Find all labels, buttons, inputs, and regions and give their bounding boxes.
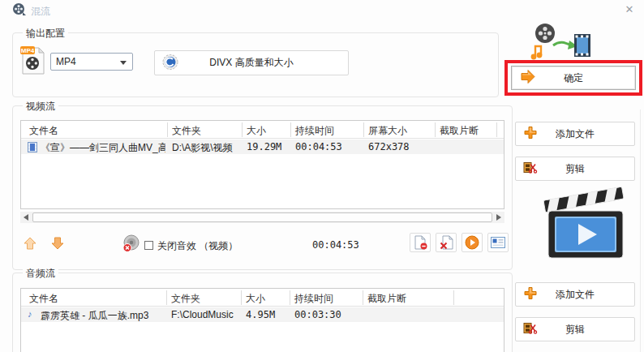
video-file-icon <box>28 142 37 155</box>
audio-edit-button[interactable]: 剪辑 <box>515 317 635 341</box>
video-table-header: 文件名 文件夹 大小 持续时间 屏幕大小 截取片断 <box>21 121 504 139</box>
profile-button[interactable]: DIVX 高质量和大小 <box>154 50 349 75</box>
preview-play-button[interactable] <box>462 233 483 252</box>
col-capture[interactable]: 截取片断 <box>440 124 479 138</box>
format-select-value: MP4 <box>56 56 76 67</box>
properties-panel-button[interactable] <box>487 233 509 252</box>
column-divider <box>290 122 291 137</box>
move-down-button[interactable] <box>50 236 65 253</box>
video-edit-label: 剪辑 <box>565 162 585 176</box>
remove-file-button[interactable] <box>410 233 431 252</box>
col-duration[interactable]: 持续时间 <box>295 124 334 138</box>
column-divider <box>363 290 363 305</box>
column-divider <box>167 122 168 137</box>
col-duration[interactable]: 持续时间 <box>294 292 333 306</box>
col-folder[interactable]: 文件夹 <box>172 124 201 138</box>
panel-edge-divider <box>640 109 641 352</box>
clapperboard-icon <box>540 185 629 264</box>
mute-speaker-icon <box>122 234 141 255</box>
profile-button-label: DIVX 高质量和大小 <box>209 56 293 70</box>
audio-edit-label: 剪辑 <box>565 323 585 337</box>
cell-size: 19.29M <box>247 141 292 152</box>
col-capture[interactable]: 截取片断 <box>367 292 406 306</box>
col-screen[interactable]: 屏幕大小 <box>368 124 407 138</box>
chevron-down-icon <box>120 61 127 65</box>
music-note-icon: ♪ <box>28 309 32 319</box>
column-divider <box>453 290 454 305</box>
format-select[interactable]: MP4 <box>50 53 133 71</box>
video-add-file-button[interactable]: 添加文件 <box>515 122 635 146</box>
mp4-badge: MP4 <box>21 47 35 54</box>
scrollbar-thumb[interactable] <box>32 212 492 222</box>
audio-add-file-button[interactable]: 添加文件 <box>515 282 635 307</box>
cell-duration: 00:04:53 <box>295 141 360 152</box>
arrow-right-icon <box>520 70 536 87</box>
gear-icon <box>162 54 178 72</box>
video-stream-label: 视频流 <box>23 100 58 114</box>
video-table-row[interactable]: 《宣》——剑三同人曲MV_高清... D:\A影视\视频 19.29M 00:0… <box>21 140 504 154</box>
column-divider <box>363 122 364 137</box>
scroll-left-icon[interactable] <box>24 214 28 221</box>
audio-file-table: 文件名 文件夹 大小 持续时间 截取片断 ♪ 霹雳英雄 - 瓜瓜一族.mp3 F… <box>20 288 504 352</box>
ok-button-label: 确定 <box>564 71 583 85</box>
film-reel-icon <box>12 2 27 17</box>
column-divider <box>435 122 436 137</box>
scroll-right-icon[interactable] <box>496 214 501 221</box>
column-divider <box>496 122 497 137</box>
plus-icon <box>523 126 538 143</box>
output-config-label: 输出配置 <box>23 27 68 41</box>
window-title: 混流 <box>31 5 50 19</box>
cell-duration: 00:03:30 <box>294 309 359 320</box>
column-divider <box>290 290 290 305</box>
close-icon[interactable]: ✕ <box>621 2 638 17</box>
clip-scissors-icon <box>523 321 538 338</box>
col-filename[interactable]: 文件名 <box>29 124 58 138</box>
col-filename[interactable]: 文件名 <box>29 292 58 306</box>
cell-folder: D:\A影视\视频 <box>172 141 243 155</box>
audio-stream-label: 音频流 <box>23 267 58 281</box>
cell-filename: 霹雳英雄 - 瓜瓜一族.mp3 <box>41 309 165 323</box>
col-folder[interactable]: 文件夹 <box>171 292 200 306</box>
clip-scissors-icon <box>523 161 538 178</box>
cell-filename: 《宣》——剑三同人曲MV_高清... <box>41 141 165 155</box>
column-divider <box>242 122 243 137</box>
column-divider <box>166 290 167 305</box>
video-table-hscrollbar[interactable] <box>20 212 504 223</box>
audio-table-header: 文件名 文件夹 大小 持续时间 截取片断 <box>21 289 504 307</box>
move-up-button[interactable] <box>23 236 37 253</box>
audio-add-file-label: 添加文件 <box>556 288 595 302</box>
mux-streams-icon <box>527 21 592 60</box>
col-size[interactable]: 大小 <box>247 124 266 138</box>
mute-audio-checkbox[interactable] <box>144 241 153 250</box>
col-size[interactable]: 大小 <box>246 292 265 306</box>
cell-folder: F:\CloudMusic <box>171 309 243 320</box>
clear-list-button[interactable] <box>436 233 457 252</box>
video-total-duration: 00:04:53 <box>312 239 359 251</box>
ok-button[interactable]: 确定 <box>511 66 636 90</box>
video-add-file-label: 添加文件 <box>556 127 595 141</box>
mp4-file-icon: MP4 <box>19 45 45 76</box>
audio-table-row[interactable]: ♪ 霹雳英雄 - 瓜瓜一族.mp3 F:\CloudMusic 4.95M 00… <box>21 307 504 322</box>
cell-screen: 672x378 <box>368 141 433 152</box>
mute-audio-label: 关闭音效 （视频） <box>157 239 238 253</box>
cell-size: 4.95M <box>246 309 291 320</box>
column-divider <box>241 290 242 305</box>
plus-icon <box>523 286 538 303</box>
video-edit-button[interactable]: 剪辑 <box>515 157 635 181</box>
video-file-table: 文件名 文件夹 大小 持续时间 屏幕大小 截取片断 《宣》——剑三同人曲MV_高… <box>20 120 504 209</box>
